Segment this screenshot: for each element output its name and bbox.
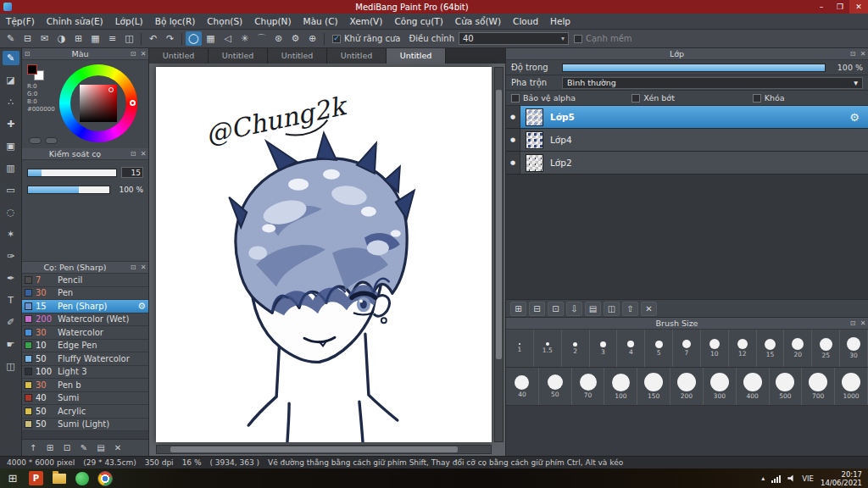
- snap-curve-icon[interactable]: ⌒: [253, 31, 270, 46]
- select-eraser-tool[interactable]: ✒: [3, 271, 19, 286]
- layer-opacity-slider[interactable]: [562, 64, 826, 72]
- menu-chup[interactable]: Chụp(N): [248, 14, 297, 29]
- duplicate-layer-icon[interactable]: ⊡: [548, 302, 564, 316]
- brush-size-cell[interactable]: 700: [802, 368, 835, 405]
- brush-size-cell[interactable]: 1.5: [534, 330, 562, 367]
- save-icon[interactable]: ⊟: [19, 31, 36, 46]
- adjust-select[interactable]: 40 ▾: [459, 32, 569, 45]
- minimize-button[interactable]: –: [812, 0, 831, 14]
- list-icon[interactable]: ≡: [104, 31, 120, 46]
- network-icon[interactable]: [771, 474, 781, 483]
- brush-folder-icon[interactable]: ▤: [93, 441, 108, 455]
- duplicate-brush-icon[interactable]: ⊡: [59, 441, 75, 455]
- vertical-scrollbar[interactable]: [494, 67, 504, 442]
- select-tool[interactable]: ▭: [3, 183, 19, 197]
- layer-row-lop5[interactable]: ● Lớp5 ⚙: [506, 106, 868, 129]
- brush-size-cell[interactable]: 500: [770, 368, 803, 405]
- layer-folder-icon[interactable]: ▤: [585, 302, 601, 316]
- panel-detach-icon[interactable]: ⊡: [128, 50, 138, 58]
- canvas[interactable]: @Chung2k: [156, 67, 492, 442]
- snap-radial-icon[interactable]: ⊛: [270, 31, 287, 46]
- gradient-tool[interactable]: ▥: [3, 161, 19, 175]
- lasso-tool[interactable]: ◌: [3, 205, 19, 219]
- panel-close-icon[interactable]: ✕: [138, 263, 148, 271]
- menu-cua-so[interactable]: Cửa sổ(W): [449, 14, 507, 29]
- menu-help[interactable]: Help: [544, 14, 576, 29]
- select-pen-tool[interactable]: ✑: [3, 249, 19, 263]
- foreground-color-swatch[interactable]: [27, 64, 37, 75]
- brush-size-cell[interactable]: 150: [637, 368, 670, 405]
- brush-size-cell[interactable]: 15: [757, 330, 785, 367]
- brush-item[interactable]: 40 Sumi: [22, 392, 148, 406]
- undo-button[interactable]: ↶: [145, 31, 161, 46]
- menu-xem[interactable]: Xem(V): [344, 14, 389, 29]
- redo-button[interactable]: ↷: [162, 31, 178, 46]
- divide-tool[interactable]: ◫: [3, 359, 19, 374]
- edit-brush-icon[interactable]: ✎: [76, 441, 92, 455]
- brush-size-cell[interactable]: 300: [704, 368, 737, 405]
- tab-untitled-1[interactable]: Untitled: [149, 48, 209, 64]
- palette-icon[interactable]: ◑: [53, 31, 70, 46]
- fill-tool[interactable]: ▣: [3, 139, 19, 153]
- vertical-scrollbar-thumb[interactable]: [496, 90, 502, 359]
- saturation-marker[interactable]: [108, 87, 114, 92]
- panels-icon[interactable]: ◫: [121, 31, 137, 46]
- brush-item[interactable]: 50 Acrylic: [22, 405, 148, 419]
- layer-visibility-toggle[interactable]: ●: [506, 152, 520, 174]
- tab-untitled-5-active[interactable]: Untitled: [387, 48, 446, 64]
- brush-item[interactable]: 30 Watercolor: [22, 326, 148, 340]
- brush-size-cell[interactable]: 7: [673, 330, 701, 367]
- brush-size-cell[interactable]: 40: [506, 368, 539, 405]
- table-icon[interactable]: ▦: [87, 31, 103, 46]
- file-explorer-icon[interactable]: [52, 471, 66, 485]
- menu-tep[interactable]: Tệp(F): [0, 14, 41, 29]
- layer-row-lop4[interactable]: ● Lớp4: [506, 129, 868, 152]
- hand-tool[interactable]: ☛: [3, 337, 19, 352]
- brush-size-value[interactable]: 15: [121, 167, 143, 178]
- alpha-protect-checkbox[interactable]: Bảo vệ alpha: [511, 93, 626, 103]
- panel-detach-icon[interactable]: ⊡: [848, 50, 858, 58]
- brush-item[interactable]: 200 Watercolor (Wet): [22, 313, 148, 327]
- brush-item[interactable]: 30 Pen b: [22, 379, 148, 392]
- eyedropper-tool[interactable]: ✐: [3, 315, 19, 330]
- transfer-layer-icon[interactable]: ⇧: [622, 302, 638, 316]
- snap-target-icon[interactable]: ⊕: [304, 31, 320, 46]
- powerpoint-icon[interactable]: P: [29, 471, 43, 485]
- brush-size-slider[interactable]: [27, 169, 117, 177]
- brush-size-cell[interactable]: 4: [617, 330, 645, 367]
- panel-close-icon[interactable]: ✕: [138, 150, 148, 158]
- taskbar-clock[interactable]: 20:17 14/06/2021: [821, 470, 862, 487]
- menu-lop[interactable]: Lớp(L): [109, 14, 149, 29]
- brush-item[interactable]: 100 Light 3: [22, 366, 148, 380]
- color-mode-button[interactable]: [45, 137, 58, 144]
- layer-row-lop2[interactable]: ● Lớp2: [506, 152, 868, 175]
- delete-layer-icon[interactable]: ✕: [641, 302, 657, 316]
- hue-marker[interactable]: [130, 100, 136, 106]
- panel-detach-icon[interactable]: ⊡: [848, 319, 858, 327]
- panel-close-icon[interactable]: ✕: [138, 50, 148, 58]
- antialias-checkbox[interactable]: ✓ Khử răng cưa: [332, 34, 400, 43]
- brush-size-cell[interactable]: 200: [670, 368, 704, 405]
- brush-item[interactable]: 10 Edge Pen: [22, 340, 148, 353]
- brush-size-cell[interactable]: 70: [572, 368, 605, 405]
- magic-wand-tool[interactable]: ✶: [3, 227, 19, 241]
- foreground-background-swatch[interactable]: [27, 64, 46, 80]
- snap-off-icon[interactable]: ◁: [220, 31, 236, 46]
- brush-size-cell[interactable]: 20: [784, 330, 812, 367]
- tab-untitled-3[interactable]: Untitled: [268, 48, 327, 64]
- brush-shape-icon[interactable]: ◯: [186, 31, 202, 46]
- grid-icon[interactable]: ⊞: [70, 31, 86, 46]
- snap-settings-icon[interactable]: ⚙: [287, 31, 303, 46]
- maximize-button[interactable]: ❐: [831, 0, 849, 14]
- brush-size-cell[interactable]: 1: [506, 330, 534, 367]
- brush-size-cell[interactable]: 50: [539, 368, 572, 405]
- start-button[interactable]: ⊞: [0, 469, 25, 488]
- new-folder-layer-icon[interactable]: ⊟: [529, 302, 545, 316]
- brush-size-cell[interactable]: 2: [562, 330, 590, 367]
- message-icon[interactable]: ✉: [36, 31, 53, 46]
- language-indicator[interactable]: VIE: [802, 474, 814, 483]
- horizontal-scrollbar-thumb[interactable]: [170, 446, 458, 452]
- menu-cloud[interactable]: Cloud: [507, 14, 544, 29]
- volume-icon[interactable]: [787, 474, 795, 482]
- brush-size-cell[interactable]: 100: [604, 368, 637, 405]
